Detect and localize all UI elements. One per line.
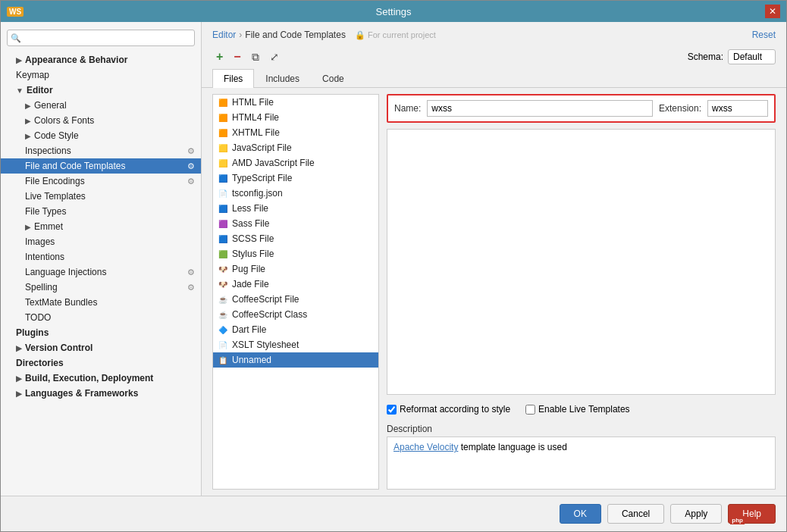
file-item-label: CoffeeScript File: [232, 294, 299, 305]
ok-button[interactable]: OK: [560, 504, 601, 524]
sidebar-item-version-control[interactable]: ▶ Version Control: [1, 340, 201, 355]
sidebar-item-language-injections[interactable]: Language Injections ⚙: [1, 264, 201, 280]
list-item[interactable]: 🟨 AMD JavaScript File: [213, 155, 378, 171]
live-templates-checkbox[interactable]: [525, 405, 535, 415]
coffee-file-icon: ☕: [218, 294, 228, 305]
sidebar-item-label: Keymap: [16, 70, 49, 80]
schema-select[interactable]: Default Project: [728, 49, 776, 64]
sidebar-item-editor[interactable]: ▼ Editor: [1, 83, 201, 98]
sidebar-item-languages[interactable]: ▶ Languages & Frameworks: [1, 386, 201, 401]
list-item[interactable]: 🟦 SCSS File: [213, 231, 378, 246]
window-title: Settings: [376, 6, 412, 17]
close-button[interactable]: ✕: [765, 5, 780, 18]
expand-arrow-icon: ▶: [25, 117, 31, 125]
name-input[interactable]: [427, 100, 653, 117]
sidebar-item-todo[interactable]: TODO: [1, 310, 201, 325]
sidebar-item-file-code-templates[interactable]: File and Code Templates ⚙: [1, 158, 201, 174]
apache-velocity-link[interactable]: Apache Velocity: [394, 442, 458, 452]
expand-arrow-icon: ▶: [16, 390, 22, 398]
unnamed-file-icon: 📋: [218, 355, 228, 365]
code-editor-area[interactable]: [387, 129, 776, 395]
tab-includes[interactable]: Includes: [254, 69, 311, 88]
breadcrumb-editor[interactable]: Editor: [212, 30, 236, 40]
file-item-label: XHTML File: [232, 127, 280, 138]
sidebar-item-general[interactable]: ▶ General: [1, 98, 201, 113]
sidebar-item-appearance[interactable]: ▶ Appearance & Behavior: [1, 52, 201, 67]
breadcrumb-separator: ›: [239, 30, 242, 40]
sidebar-item-keymap[interactable]: Keymap: [1, 67, 201, 83]
sidebar-item-inspections[interactable]: Inspections ⚙: [1, 143, 201, 158]
bottom-bar: OK Cancel Apply Help php: [1, 496, 786, 531]
sidebar-item-code-style[interactable]: ▶ Code Style: [1, 128, 201, 143]
list-item[interactable]: 🟨 JavaScript File: [213, 140, 378, 155]
scss-file-icon: 🟦: [218, 233, 228, 244]
list-item-unnamed[interactable]: 📋 Unnamed: [213, 352, 378, 368]
apply-button[interactable]: Apply: [670, 504, 722, 524]
expand-arrow-icon: ▶: [25, 102, 31, 110]
add-template-button[interactable]: +: [212, 48, 227, 66]
sidebar-item-spelling[interactable]: Spelling ⚙: [1, 280, 201, 295]
file-item-label: Unnamed: [232, 355, 271, 365]
remove-template-button[interactable]: −: [230, 48, 244, 66]
list-item[interactable]: ☕ CoffeeScript Class: [213, 307, 378, 322]
list-item[interactable]: 📄 tsconfig.json: [213, 186, 378, 201]
help-button[interactable]: Help php: [728, 504, 776, 524]
sidebar-item-textmate-bundles[interactable]: TextMate Bundles: [1, 295, 201, 310]
sidebar-item-file-types[interactable]: File Types: [1, 204, 201, 219]
file-item-label: JavaScript File: [232, 142, 292, 153]
sidebar-item-colors-fonts[interactable]: ▶ Colors & Fonts: [1, 113, 201, 128]
list-item[interactable]: 🟧 HTML4 File: [213, 110, 378, 125]
list-item[interactable]: 🐶 Pug File: [213, 261, 378, 277]
gear-icon: ⚙: [187, 161, 195, 171]
sidebar-item-plugins[interactable]: Plugins: [1, 325, 201, 340]
extension-label: Extension:: [659, 103, 701, 114]
file-item-label: XSLT Stylesheet: [232, 340, 299, 350]
sidebar-item-emmet[interactable]: ▶ Emmet: [1, 219, 201, 234]
move-template-button[interactable]: ⤢: [266, 49, 283, 65]
sidebar-item-intentions[interactable]: Intentions: [1, 249, 201, 264]
reset-link[interactable]: Reset: [752, 30, 776, 40]
xslt-file-icon: 📄: [218, 340, 228, 350]
list-item[interactable]: ☕ CoffeeScript File: [213, 292, 378, 307]
list-item[interactable]: 🟧 XHTML File: [213, 125, 378, 140]
cancel-button[interactable]: Cancel: [607, 504, 664, 524]
list-item[interactable]: 🟦 TypeScript File: [213, 171, 378, 186]
list-item[interactable]: 🟪 Sass File: [213, 216, 378, 231]
file-item-label: HTML File: [232, 97, 274, 108]
file-item-label: SCSS File: [232, 233, 274, 244]
options-row: Reformat according to style Enable Live …: [387, 401, 776, 418]
content-area: 🔍 ▶ Appearance & Behavior Keymap ▼ Edito…: [1, 22, 786, 496]
list-item[interactable]: 🐶 Jade File: [213, 277, 378, 292]
less-file-icon: 🟦: [218, 203, 228, 214]
file-item-label: Sass File: [232, 218, 269, 229]
sidebar-item-images[interactable]: Images: [1, 234, 201, 249]
sass-file-icon: 🟪: [218, 218, 228, 229]
xhtml-file-icon: 🟧: [218, 127, 228, 138]
live-templates-checkbox-label[interactable]: Enable Live Templates: [525, 404, 630, 415]
list-item[interactable]: 🔷 Dart File: [213, 322, 378, 337]
list-item[interactable]: 🟩 Stylus File: [213, 246, 378, 261]
search-box[interactable]: 🔍: [7, 30, 195, 46]
list-item[interactable]: 🟧 HTML File: [213, 95, 378, 110]
gear-icon: ⚙: [187, 146, 195, 156]
copy-template-button[interactable]: ⧉: [248, 49, 263, 66]
sidebar-item-file-encodings[interactable]: File Encodings ⚙: [1, 174, 201, 189]
pug-file-icon: 🐶: [218, 264, 228, 274]
file-item-label: TypeScript File: [232, 173, 292, 183]
search-input[interactable]: [7, 30, 195, 46]
sidebar-item-live-templates[interactable]: Live Templates: [1, 189, 201, 204]
file-item-label: AMD JavaScript File: [232, 158, 315, 168]
file-item-label: Dart File: [232, 324, 266, 335]
tab-files[interactable]: Files: [212, 69, 254, 88]
tab-code[interactable]: Code: [311, 69, 356, 88]
reformat-checkbox[interactable]: [387, 405, 397, 415]
list-item[interactable]: 🟦 Less File: [213, 201, 378, 216]
extension-input[interactable]: [707, 100, 768, 117]
sidebar-item-directories[interactable]: Directories: [1, 355, 201, 371]
sidebar-item-build[interactable]: ▶ Build, Execution, Deployment: [1, 371, 201, 386]
amd-js-file-icon: 🟨: [218, 158, 228, 168]
sidebar-item-label: Live Templates: [25, 191, 86, 202]
list-item[interactable]: 📄 XSLT Stylesheet: [213, 337, 378, 352]
reformat-checkbox-label[interactable]: Reformat according to style: [387, 404, 510, 415]
file-item-label: HTML4 File: [232, 112, 279, 123]
